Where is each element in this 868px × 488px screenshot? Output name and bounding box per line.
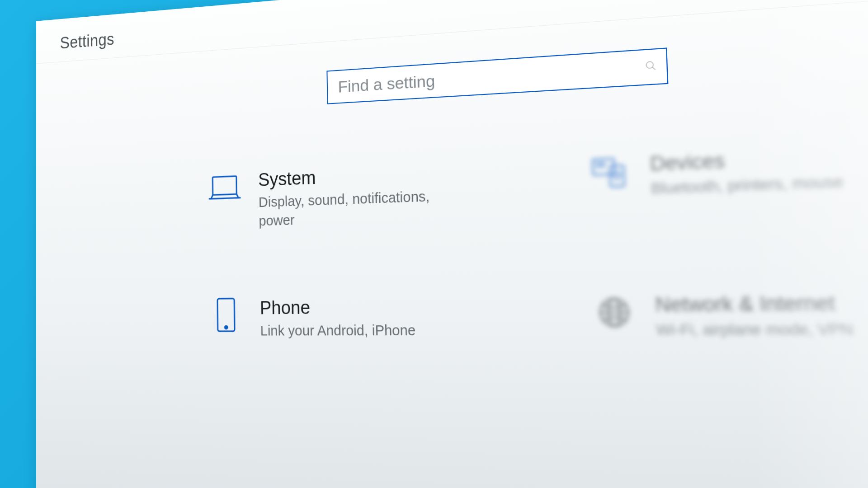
svg-rect-6 <box>610 165 624 187</box>
category-title: Network & Internet <box>655 291 868 317</box>
svg-line-1 <box>652 67 656 70</box>
category-title: System <box>258 160 495 190</box>
laptop-icon <box>207 171 243 205</box>
search-icon <box>645 60 657 74</box>
category-title: Devices <box>650 140 868 175</box>
globe-icon <box>592 294 637 331</box>
category-subtitle: Link your Android, iPhone <box>260 321 440 341</box>
svg-line-4 <box>596 163 605 164</box>
phone-icon <box>208 298 244 332</box>
category-devices[interactable]: Devices Bluetooth, printers, mouse <box>588 140 868 221</box>
svg-line-5 <box>596 166 605 167</box>
category-network[interactable]: Network & Internet Wi-Fi, airplane mode,… <box>592 291 868 341</box>
devices-icon <box>588 154 632 192</box>
category-subtitle: Display, sound, notifications, power <box>259 187 438 231</box>
category-system[interactable]: System Display, sound, notifications, po… <box>207 160 497 232</box>
category-title: Phone <box>260 296 500 319</box>
svg-point-7 <box>614 172 621 178</box>
svg-point-10 <box>225 326 227 329</box>
svg-rect-2 <box>212 176 236 195</box>
search-input[interactable] <box>326 47 668 104</box>
category-subtitle: Wi-Fi, airplane mode, VPN <box>656 319 868 341</box>
category-subtitle: Bluetooth, printers, mouse <box>651 170 868 199</box>
categories-grid: System Display, sound, notifications, po… <box>207 140 868 341</box>
settings-window: Settings <box>36 0 868 488</box>
category-phone[interactable]: Phone Link your Android, iPhone <box>208 296 500 341</box>
content-area: System Display, sound, notifications, po… <box>36 0 868 370</box>
